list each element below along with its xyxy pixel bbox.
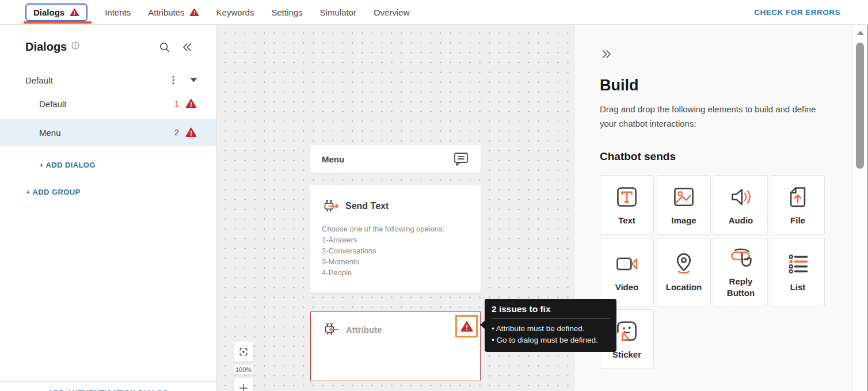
tooltip-divider: [492, 318, 610, 319]
tab-label: Dialogs: [33, 7, 64, 17]
add-dialog-button[interactable]: + ADD DIALOG: [39, 161, 216, 169]
card-label: Image: [671, 215, 696, 226]
tooltip-issue: • Attribute must be defined.: [492, 323, 610, 335]
element-card-location[interactable]: Location: [657, 238, 711, 306]
section-title-chatbot-sends: Chatbot sends: [600, 150, 852, 163]
video-icon: [614, 251, 639, 276]
scrollbar-thumb[interactable]: [856, 43, 864, 169]
active-tab-indicator: [24, 21, 92, 24]
dialogs-sidebar: Dialogs Default Default 1: [0, 25, 217, 391]
panel-title: Build: [600, 77, 852, 94]
tooltip-title: 2 issues to fix: [492, 304, 610, 314]
card-label: Reply Button: [717, 276, 765, 299]
tab-settings[interactable]: Settings: [271, 7, 302, 17]
tab-overview[interactable]: Overview: [374, 7, 410, 17]
tab-dialogs[interactable]: Dialogs: [25, 3, 87, 21]
element-card-file[interactable]: File: [771, 175, 825, 235]
dialog-row-menu[interactable]: Menu 2: [0, 119, 216, 146]
sidebar-title: Dialogs: [25, 40, 67, 54]
dialog-name: Default: [39, 99, 67, 109]
node-title: Attribute: [346, 325, 382, 335]
warning-icon: [185, 127, 197, 138]
tab-dialogs-box[interactable]: Dialogs: [25, 3, 87, 21]
send-text-node[interactable]: Send Text Choose one of the following op…: [310, 185, 481, 293]
fit-view-button[interactable]: [234, 342, 253, 362]
robot-send-icon: [322, 199, 340, 214]
dialog-name: Menu: [39, 128, 61, 138]
scroll-up-icon[interactable]: [856, 30, 865, 36]
sticker-icon: [614, 318, 639, 344]
element-card-image[interactable]: Image: [657, 175, 711, 235]
issues-tooltip: 2 issues to fix • Attribute must be defi…: [485, 299, 616, 352]
sidebar-footer: ADD AUTHENTICATION DIALOG: [0, 381, 216, 391]
menu-node[interactable]: Menu: [310, 145, 481, 173]
attribute-node[interactable]: Attribute: [310, 311, 481, 381]
card-label: Audio: [729, 215, 753, 226]
search-icon[interactable]: [158, 41, 171, 54]
sidebar-header: Dialogs: [25, 40, 193, 54]
tooltip-issue: • Go to dialog must be defined.: [492, 335, 610, 346]
element-card-list[interactable]: List: [771, 238, 825, 306]
collapse-right-icon: [600, 48, 614, 60]
card-label: List: [790, 282, 806, 293]
tab-label: Attributes: [148, 7, 184, 17]
dialog-row-default[interactable]: Default 1: [0, 90, 216, 117]
tab-label: Overview: [374, 7, 410, 17]
card-label: Video: [615, 282, 639, 293]
dialog-group-row[interactable]: Default: [25, 75, 198, 85]
tab-label: Intents: [105, 7, 131, 17]
info-icon[interactable]: [71, 41, 80, 50]
collapse-panel-button[interactable]: [600, 48, 614, 60]
tab-keywords[interactable]: Keywords: [216, 7, 254, 17]
tooltip-arrow: [480, 321, 485, 329]
warning-icon: [460, 321, 473, 332]
chat-icon: [453, 151, 469, 166]
image-icon: [671, 184, 696, 210]
group-name: Default: [25, 75, 53, 85]
main-area: Dialogs Default Default 1: [0, 25, 868, 391]
card-label: Sticker: [612, 349, 641, 360]
tab-label: Settings: [271, 7, 302, 17]
tab-intents[interactable]: Intents: [105, 7, 131, 17]
app-window: Dialogs Intents Attributes Keywords Sett…: [0, 0, 868, 391]
message-line: 2-Conversations: [322, 245, 469, 256]
element-card-reply-button[interactable]: Reply Button: [714, 238, 768, 306]
zoom-level-label: 100%: [234, 365, 253, 374]
tab-attributes[interactable]: Attributes: [148, 7, 199, 17]
flow-canvas[interactable]: Menu: [217, 25, 574, 391]
check-for-errors-button[interactable]: CHECK FOR ERRORS: [754, 8, 840, 17]
message-line: Choose one of the following opeions:: [322, 223, 469, 234]
top-navigation: Dialogs Intents Attributes Keywords Sett…: [0, 0, 868, 25]
warning-icon: [189, 8, 199, 17]
card-label: File: [790, 215, 805, 226]
tab-label: Keywords: [216, 7, 254, 17]
kebab-icon[interactable]: [169, 75, 178, 85]
node-error-badge[interactable]: [455, 315, 478, 337]
text-icon: [614, 184, 639, 210]
panel-description: Drag and drop the following elements to …: [600, 102, 828, 131]
zoom-in-button[interactable]: [234, 378, 253, 391]
element-cards-grid: Text Image Audio: [600, 175, 830, 369]
element-card-text[interactable]: Text: [600, 175, 654, 235]
plus-icon: [238, 382, 249, 391]
card-label: Location: [666, 282, 702, 293]
list-icon: [785, 251, 810, 276]
add-group-button[interactable]: + ADD GROUP: [26, 188, 216, 196]
tab-label: Simulator: [320, 7, 356, 17]
caret-down-icon[interactable]: [189, 77, 198, 83]
add-authentication-dialog-button[interactable]: ADD AUTHENTICATION DIALOG: [48, 389, 169, 391]
file-icon: [785, 184, 810, 210]
error-count: 1: [174, 99, 179, 108]
panel-scrollbar[interactable]: [852, 25, 868, 391]
tab-simulator[interactable]: Simulator: [320, 7, 356, 17]
message-line: 1-Answers: [322, 234, 469, 245]
element-card-audio[interactable]: Audio: [714, 175, 768, 235]
collapse-left-icon[interactable]: [180, 41, 193, 54]
card-label: Text: [618, 215, 635, 226]
element-card-video[interactable]: Video: [600, 238, 654, 306]
warning-icon: [185, 98, 197, 109]
node-title: Send Text: [345, 201, 389, 211]
audio-icon: [728, 184, 753, 210]
fit-view-icon: [238, 346, 249, 358]
reply-button-icon: [728, 245, 753, 271]
